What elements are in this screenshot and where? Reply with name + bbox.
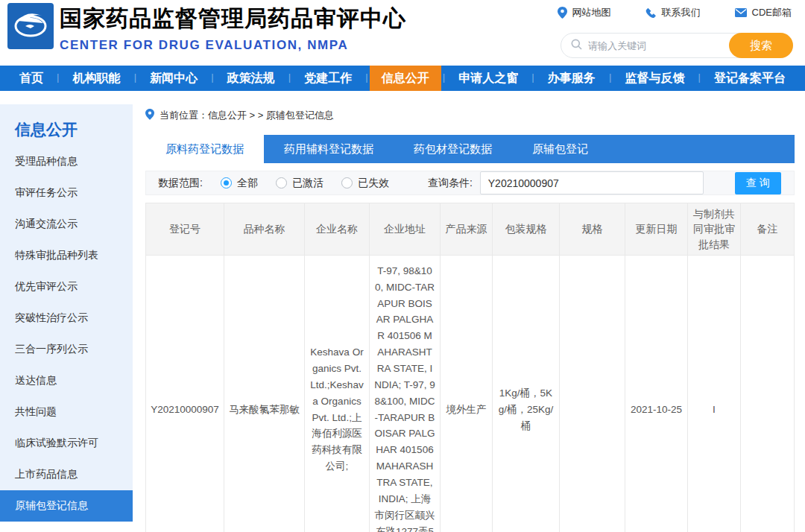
data-tabs: 原料药登记数据药用辅料登记数据药包材登记数据原辅包登记 — [145, 135, 795, 163]
nav-separator: | — [609, 66, 611, 91]
tab-1[interactable]: 药用辅料登记数据 — [264, 135, 394, 163]
nav-separator: | — [531, 66, 534, 91]
site-subtitle: CENTER FOR DRUG EVALUATION, NMPA — [60, 38, 406, 53]
main-area: 信息公开 受理品种信息审评任务公示沟通交流公示特殊审批品种列表优先审评公示突破性… — [0, 104, 805, 519]
radio-label-2: 已失效 — [358, 177, 389, 190]
sidebar: 信息公开 受理品种信息审评任务公示沟通交流公示特殊审批品种列表优先审评公示突破性… — [0, 104, 133, 519]
cell-0-2: Keshava Organics Pvt. Ltd.;Keshava Organ… — [305, 255, 370, 532]
cell-0-0: Y20210000907 — [146, 255, 224, 532]
sitemap-link[interactable]: 网站地图 — [558, 6, 611, 19]
sidebar-item-8[interactable]: 共性问题 — [0, 396, 133, 428]
radio-label-1: 已激活 — [292, 177, 323, 190]
nav-item-9[interactable]: 登记备案平台 — [702, 66, 798, 91]
radio-option-0[interactable]: 全部 — [221, 177, 258, 190]
column-header-2: 企业名称 — [305, 203, 370, 256]
mailbox-link[interactable]: CDE邮箱 — [735, 6, 792, 19]
sidebar-item-5[interactable]: 突破性治疗公示 — [0, 303, 133, 334]
nav-separator: | — [211, 66, 213, 91]
title-block: 国家药品监督管理局药品审评中心 CENTER FOR DRUG EVALUATI… — [60, 4, 406, 53]
sidebar-item-9[interactable]: 临床试验默示许可 — [0, 428, 133, 459]
nav-item-6[interactable]: 申请人之窗 — [446, 66, 530, 91]
cell-0-9 — [741, 255, 795, 532]
sidebar-item-4[interactable]: 优先审评公示 — [0, 271, 133, 303]
radio-option-1[interactable]: 已激活 — [276, 177, 323, 190]
search-button[interactable]: 搜索 — [729, 33, 793, 58]
nav-item-3[interactable]: 政策法规 — [215, 66, 287, 91]
search-input[interactable] — [588, 40, 729, 51]
nav-separator: | — [365, 66, 367, 91]
column-header-3: 企业地址 — [370, 203, 441, 256]
cell-0-1: 马来酸氯苯那敏 — [224, 255, 305, 532]
sidebar-title: 信息公开 — [0, 104, 133, 146]
sidebar-item-0[interactable]: 受理品种信息 — [0, 146, 133, 177]
scope-label: 数据范围: — [158, 177, 203, 190]
radio-circle-1[interactable] — [276, 177, 287, 189]
results-table: 登记号品种名称企业名称企业地址产品来源包装规格规格更新日期与制剂共同审批审批结果… — [145, 203, 795, 532]
nav-item-0[interactable]: 首页 — [7, 66, 55, 91]
nav-item-2[interactable]: 新闻中心 — [138, 66, 209, 91]
cell-0-7: 2021-10-25 — [625, 255, 688, 532]
nav-item-8[interactable]: 监督与反馈 — [613, 66, 696, 91]
cell-0-4: 境外生产 — [441, 255, 493, 532]
column-header-8: 与制剂共同审批审批结果 — [688, 203, 741, 256]
sidebar-items: 受理品种信息审评任务公示沟通交流公示特殊审批品种列表优先审评公示突破性治疗公示三… — [0, 146, 133, 522]
content-area: 当前位置：信息公开 > > 原辅包登记信息 原料药登记数据药用辅料登记数据药包材… — [133, 104, 805, 519]
nav-item-4[interactable]: 党建工作 — [292, 66, 364, 91]
mailbox-label: CDE邮箱 — [752, 6, 792, 19]
nav-separator: | — [134, 66, 136, 91]
column-header-4: 产品来源 — [441, 203, 493, 256]
cde-bird-icon — [12, 8, 49, 44]
query-button[interactable]: 查 询 — [735, 172, 781, 194]
query-input[interactable] — [480, 171, 704, 194]
table-header-row: 登记号品种名称企业名称企业地址产品来源包装规格规格更新日期与制剂共同审批审批结果… — [146, 203, 795, 256]
nav-item-5[interactable]: 信息公开 — [370, 66, 441, 91]
phone-icon — [645, 7, 657, 19]
tab-3[interactable]: 原辅包登记 — [512, 135, 608, 163]
breadcrumb: 当前位置：信息公开 > > 原辅包登记信息 — [145, 109, 795, 122]
breadcrumb-pin-icon — [145, 109, 154, 122]
query-label: 查询条件: — [428, 177, 473, 190]
breadcrumb-text: 当前位置：信息公开 > > 原辅包登记信息 — [160, 109, 334, 122]
radio-circle-2[interactable] — [341, 177, 353, 189]
column-header-7: 更新日期 — [625, 203, 688, 256]
scope-radios: 全部已激活已失效 — [203, 177, 389, 190]
search-icon — [571, 39, 582, 53]
mail-icon — [735, 8, 747, 17]
nav-separator: | — [698, 66, 700, 91]
cell-0-5: 1Kg/桶，5Kg/桶，25Kg/桶 — [493, 255, 560, 532]
main-nav: 首页|机构职能|新闻中心|政策法规|党建工作|信息公开|申请人之窗|办事服务|监… — [0, 66, 805, 91]
cell-0-6 — [560, 255, 625, 532]
site-header: 国家药品监督管理局药品审评中心 CENTER FOR DRUG EVALUATI… — [0, 0, 805, 66]
sidebar-item-3[interactable]: 特殊审批品种列表 — [0, 240, 133, 271]
column-header-6: 规格 — [560, 203, 625, 256]
column-header-5: 包装规格 — [493, 203, 560, 256]
nav-separator: | — [57, 66, 59, 91]
column-header-1: 品种名称 — [224, 203, 305, 256]
radio-option-2[interactable]: 已失效 — [341, 177, 389, 190]
site-title: 国家药品监督管理局药品审评中心 — [60, 4, 406, 34]
sidebar-item-1[interactable]: 审评任务公示 — [0, 177, 133, 209]
contact-link[interactable]: 联系我们 — [645, 6, 701, 19]
tab-0[interactable]: 原料药登记数据 — [145, 135, 264, 163]
column-header-9: 备注 — [741, 203, 795, 256]
sidebar-item-10[interactable]: 上市药品信息 — [0, 459, 133, 490]
location-pin-icon — [558, 7, 567, 19]
nav-item-7[interactable]: 办事服务 — [536, 66, 607, 91]
sidebar-item-2[interactable]: 沟通交流公示 — [0, 209, 133, 240]
sidebar-item-11[interactable]: 原辅包登记信息 — [0, 490, 133, 522]
contact-label: 联系我们 — [662, 6, 701, 19]
column-header-0: 登记号 — [146, 203, 224, 256]
nav-separator: | — [443, 66, 445, 91]
cell-0-8: I — [688, 255, 741, 532]
sidebar-item-6[interactable]: 三合一序列公示 — [0, 334, 133, 365]
tab-2[interactable]: 药包材登记数据 — [394, 135, 512, 163]
nav-separator: | — [288, 66, 291, 91]
sidebar-item-7[interactable]: 送达信息 — [0, 365, 133, 396]
cell-0-3: T-97, 98&100, MIDC-TARAPUR BOISAR PALGHA… — [370, 255, 441, 532]
filter-bar: 数据范围: 全部已激活已失效 查询条件: 查 询 — [145, 171, 795, 195]
sitemap-label: 网站地图 — [572, 6, 611, 19]
nav-item-1[interactable]: 机构职能 — [61, 66, 133, 91]
search-bar: 搜索 — [561, 33, 793, 58]
site-logo — [7, 3, 54, 49]
radio-circle-0[interactable] — [221, 177, 232, 189]
